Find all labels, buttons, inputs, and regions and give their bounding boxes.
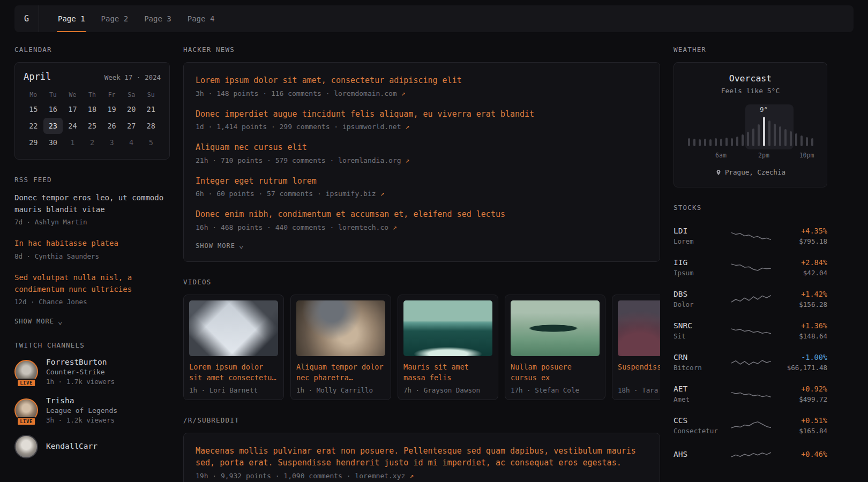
nav-tab[interactable]: Page 4 (179, 5, 223, 32)
hn-item-domain[interactable]: ipsumify.biz (326, 190, 376, 198)
weekday-label: We (63, 88, 83, 101)
rss-widget-header: RSS FEED (14, 176, 170, 184)
hn-item-title[interactable]: Donec imperdiet augue tincidunt felis al… (196, 108, 648, 120)
hn-item: Donec imperdiet augue tincidunt felis al… (196, 108, 648, 131)
stock-price: $165.84 (775, 427, 827, 435)
stock-row[interactable]: SNRC Sit +1.36% $148.64 (674, 315, 827, 347)
videos-widget: VIDEOS Lorem ipsum dolor sit amet consec… (183, 278, 660, 400)
stock-ticker: IIG (674, 258, 727, 267)
app-logo: G (14, 5, 39, 32)
hn-item-title[interactable]: Donec enim nibh, condimentum et accumsan… (196, 208, 648, 221)
nav-tab[interactable]: Page 2 (93, 5, 137, 32)
stock-name: Consectetur (674, 427, 727, 435)
external-link-icon: ↗ (401, 89, 406, 97)
calendar-day: 25 (83, 118, 102, 134)
stock-price: $499.72 (775, 395, 827, 403)
stock-row[interactable]: IIG Ipsum +2.84% $42.04 (674, 252, 827, 283)
weather-card: Overcast Feels like 5°C 9° 6am2pm10pm Pr… (674, 62, 827, 187)
stock-row[interactable]: CCS Consectetur +0.51% $165.84 (674, 410, 827, 441)
video-title: Nullam posuere cursus ex (511, 362, 600, 383)
hn-item-title[interactable]: Integer eget rutrum lorem (196, 175, 648, 187)
left-column: CALENDAR April Week 17 · 2024 Mo Tu We T… (14, 46, 170, 475)
nav-tab[interactable]: Page 1 (50, 5, 93, 32)
calendar-day: 3 (102, 134, 122, 150)
video-card[interactable]: Nullam posuere cursus ex 17h · Stefan Co… (505, 295, 605, 400)
reddit-post-domain[interactable]: loremnet.xyz (355, 472, 405, 480)
reddit-post-title[interactable]: Maecenas mollis pulvinar erat non posuer… (196, 445, 648, 469)
stock-sparkline (730, 292, 772, 307)
subreddit-card: Maecenas mollis pulvinar erat non posuer… (183, 433, 660, 482)
calendar-day: 28 (141, 118, 161, 134)
hn-item-domain[interactable]: loremlandia.org (338, 156, 401, 164)
hn-item-meta: 21h · 710 points · 579 comments · loreml… (196, 156, 648, 164)
show-more-label: SHOW MORE (14, 318, 54, 325)
stock-sparkline (730, 418, 772, 433)
rss-item-title[interactable]: Sed volutpat nulla nisl, a condimentum n… (14, 272, 170, 295)
video-title: Aliquam tempor dolor nec pharetra… (296, 362, 385, 383)
stock-price: $148.64 (775, 332, 827, 340)
stock-ticker: LDI (674, 227, 727, 235)
weekday-label: Th (83, 88, 102, 101)
hn-item-stats: 16h · 468 points · 440 comments · (196, 223, 338, 231)
stock-name: Ipsum (674, 269, 727, 277)
stock-change: +0.46% (775, 450, 827, 458)
avatar-image (14, 435, 38, 458)
external-link-icon: ↗ (393, 223, 397, 231)
rss-item: Donec tempor eros leo, ut commodo mauris… (14, 192, 170, 226)
stock-row[interactable]: AHS +0.46% (674, 441, 827, 469)
live-badge: LIVE (17, 417, 36, 426)
hn-item: Lorem ipsum dolor sit amet, consectetur … (196, 74, 648, 97)
rss-item-title[interactable]: Donec tempor eros leo, ut commodo mauris… (14, 192, 170, 215)
video-card[interactable]: Mauris sit amet massa felis 7h · Grayson… (398, 295, 498, 400)
stock-ticker: CRN (674, 353, 727, 362)
twitch-channel[interactable]: LIVE Trisha League of Legends 3h · 1.2k … (14, 396, 170, 424)
video-meta: 1h · Lori Barnett (189, 386, 278, 394)
twitch-channel-game: League of Legends (46, 406, 117, 415)
twitch-channel[interactable]: LIVE ForrestBurton Counter-Strike 1h · 1… (14, 358, 170, 386)
video-card[interactable]: Aliquam tempor dolor nec pharetra… 1h · … (290, 295, 391, 400)
stock-sparkline (730, 448, 772, 463)
stock-change: +4.35% (775, 227, 827, 235)
stock-name: Bitcorn (674, 364, 727, 372)
calendar-day: 5 (141, 134, 161, 150)
stocks-widget-header: STOCKS (674, 204, 827, 212)
subreddit-widget: /R/SUBREDDIT Maecenas mollis pulvinar er… (183, 416, 660, 482)
stock-row[interactable]: DBS Dolor +1.42% $156.28 (674, 283, 827, 315)
nav-tab[interactable]: Page 3 (136, 5, 179, 32)
hackernews-widget: HACKER NEWS Lorem ipsum dolor sit amet, … (183, 46, 660, 262)
rss-show-more-button[interactable]: SHOW MORE ⌄ (14, 318, 170, 325)
stock-sparkline (730, 229, 772, 244)
calendar-day: 1 (63, 134, 83, 150)
hn-item-domain[interactable]: loremdomain.com (334, 89, 396, 97)
hn-show-more-button[interactable]: SHOW MORE ⌄ (196, 242, 648, 250)
stock-row[interactable]: CRN Bitcorn -1.00% $66,171.48 (674, 347, 827, 378)
rss-item-meta: 8d · Cynthia Saunders (14, 252, 170, 260)
stock-row[interactable]: LDI Lorem +4.35% $795.18 (674, 220, 827, 252)
calendar-card-header: April Week 17 · 2024 (24, 71, 161, 82)
video-card-row: Lorem ipsum dolor sit amet consectetu… 1… (183, 295, 660, 400)
external-link-icon: ↗ (405, 156, 409, 164)
right-column: WEATHER Overcast Feels like 5°C 9° 6am2p… (674, 46, 827, 482)
hn-item-title[interactable]: Lorem ipsum dolor sit amet, consectetur … (196, 74, 648, 87)
hn-item-domain[interactable]: ipsumworld.net (342, 123, 401, 131)
avatar: LIVE (14, 360, 38, 383)
twitch-channel-name: Trisha (46, 396, 117, 405)
chevron-down-icon: ⌄ (58, 319, 63, 323)
hn-item-domain[interactable]: loremtech.co (338, 223, 388, 231)
twitch-channel[interactable]: LIVE KendallCarr (14, 435, 170, 458)
video-card[interactable]: Lorem ipsum dolor sit amet consectetu… 1… (183, 295, 284, 400)
video-title: Suspendisse diam (618, 362, 660, 383)
hn-item-title[interactable]: Aliquam nec cursus elit (196, 141, 648, 154)
stock-row[interactable]: AET Amet +0.92% $499.72 (674, 378, 827, 410)
calendar-widget: CALENDAR April Week 17 · 2024 Mo Tu We T… (14, 46, 170, 160)
video-card[interactable]: Suspendisse diam 18h · Tara (612, 295, 660, 400)
calendar-day-grid: 15 16 17 18 19 20 21 22 (24, 101, 161, 150)
stock-change: +1.42% (775, 290, 827, 298)
stock-change: +0.51% (775, 416, 827, 425)
video-thumbnail (511, 300, 600, 356)
rss-item-title[interactable]: In hac habitasse platea (14, 238, 170, 250)
calendar-day: 18 (83, 101, 102, 117)
calendar-card: April Week 17 · 2024 Mo Tu We Th Fr (14, 62, 170, 160)
calendar-day: 27 (122, 118, 141, 134)
calendar-day: 26 (102, 118, 122, 134)
